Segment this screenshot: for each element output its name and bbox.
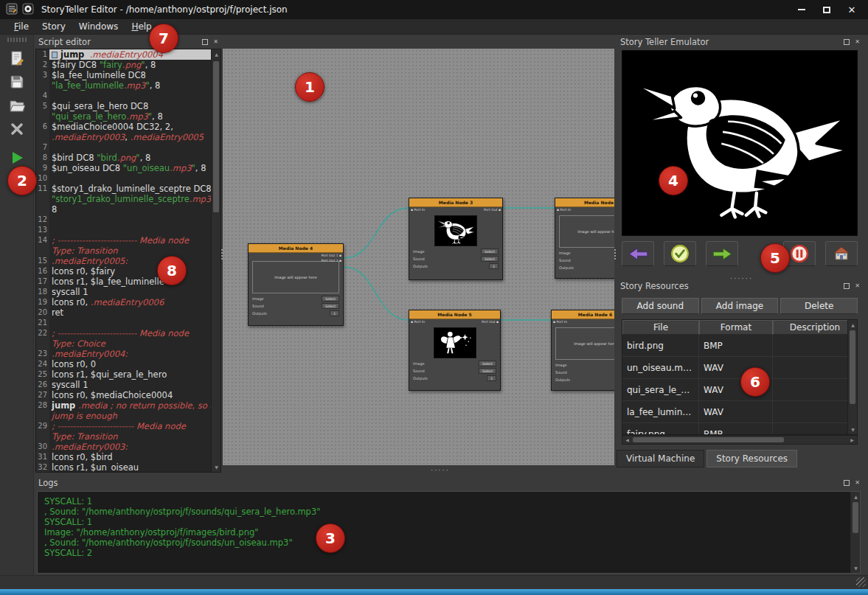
menu-story[interactable]: Story bbox=[35, 20, 72, 33]
code-row[interactable]: 14; -------------------------- Media nod… bbox=[36, 235, 211, 246]
column-header-format[interactable]: Format bbox=[699, 320, 773, 335]
code-row[interactable]: "story1_drako_luminelle_sceptre.mp3", bbox=[36, 194, 211, 204]
code-row[interactable]: 28jump .media ; no return possible, so a bbox=[36, 400, 211, 411]
float-dock-icon[interactable] bbox=[842, 38, 850, 46]
open-button[interactable] bbox=[5, 94, 29, 116]
media-node[interactable]: Media Node 6▪ Port InImage will appear h… bbox=[551, 310, 614, 391]
close-dock-icon[interactable]: ✕ bbox=[853, 282, 861, 290]
media-node[interactable]: Media Node 4Port Out 1 ▪Port Out 2 ▪Imag… bbox=[248, 243, 344, 326]
add-sound-button[interactable]: Add sound bbox=[622, 298, 699, 314]
save-button[interactable] bbox=[5, 71, 29, 93]
delete-button[interactable]: Delete bbox=[780, 298, 858, 314]
splitter-handle[interactable] bbox=[221, 249, 223, 260]
code-row[interactable]: jump is enough bbox=[36, 411, 211, 421]
media-node[interactable]: Media Node▪ Port InImage will appear her… bbox=[555, 198, 614, 279]
script-editor-dock-header[interactable]: Script editor ✕ bbox=[34, 35, 223, 49]
code-row[interactable]: 23.mediaEntry0004: bbox=[36, 349, 211, 359]
scroll-down-arrow[interactable]: ▼ bbox=[212, 462, 221, 472]
select-button[interactable]: Select bbox=[481, 256, 499, 262]
port-in-pin[interactable]: ▪ Port In bbox=[553, 320, 567, 324]
minimize-button[interactable] bbox=[791, 2, 812, 17]
outputs-count[interactable]: 1 bbox=[330, 310, 339, 316]
media-node[interactable]: Media Node 3▪ Port InPort Out ▪ImageSele… bbox=[409, 198, 503, 280]
code-row[interactable]: 17lcons r1, $la_fee_luminelle bbox=[36, 276, 211, 287]
code-row[interactable]: "qui_sera_le_hero.mp3", 8 bbox=[36, 111, 211, 122]
log-output[interactable]: SYSCALL: 1, Sound: "/home/anthony/ostpro… bbox=[37, 491, 861, 574]
column-header-file[interactable]: File bbox=[622, 320, 699, 335]
home-button[interactable] bbox=[825, 241, 858, 266]
scroll-down-arrow[interactable]: ▼ bbox=[848, 425, 858, 434]
resources-table-body[interactable]: bird.pngBMPun_oiseau.mp3WAVqui_sera_le_h… bbox=[622, 335, 857, 435]
scrollbar-thumb[interactable] bbox=[633, 437, 784, 442]
scroll-up-arrow[interactable]: ▲ bbox=[848, 320, 858, 330]
code-row[interactable]: 7 bbox=[36, 142, 211, 153]
close-button[interactable]: ✕ bbox=[841, 2, 862, 17]
close-dock-icon[interactable]: ✕ bbox=[853, 38, 861, 46]
code-row[interactable]: 31lcons r0, $bird bbox=[36, 452, 211, 462]
table-hscrollbar[interactable]: ◀ ▶ bbox=[622, 435, 858, 445]
close-project-button[interactable] bbox=[5, 118, 29, 140]
table-scrollbar[interactable]: ▲ ▼ bbox=[847, 320, 857, 434]
resources-table-header[interactable]: FileFormatDescription bbox=[622, 320, 857, 335]
scroll-up-arrow[interactable]: ▲ bbox=[851, 492, 861, 501]
scrollbar-thumb[interactable] bbox=[213, 61, 219, 212]
port-in-pin[interactable]: ▪ Port In bbox=[411, 208, 425, 212]
code-row[interactable]: 27lcons r0, $mediaChoice0004 bbox=[36, 390, 211, 400]
code-row[interactable]: 3$la_fee_luminelle DC8 bbox=[36, 70, 211, 80]
float-dock-icon[interactable] bbox=[842, 282, 850, 290]
close-dock-icon[interactable]: ✕ bbox=[212, 38, 220, 46]
titlebar[interactable]: StoryTeller Editor - /home/anthony/ostpr… bbox=[0, 0, 868, 19]
port-in-pin[interactable]: ▪ Port In bbox=[557, 208, 571, 212]
outputs-count[interactable]: 1 bbox=[489, 263, 499, 269]
code-row[interactable]: Type: Choice bbox=[36, 338, 211, 349]
code-row[interactable]: 4 bbox=[36, 91, 211, 101]
resources-table[interactable]: FileFormatDescription bird.pngBMPun_oise… bbox=[622, 319, 858, 435]
port-out-pin[interactable]: Port Out ▪ bbox=[482, 320, 499, 324]
outputs-count[interactable]: 1 bbox=[487, 375, 496, 381]
scrollbar-thumb[interactable] bbox=[850, 330, 855, 404]
new-script-button[interactable] bbox=[5, 47, 29, 69]
table-row[interactable]: la_fee_luminelle.mp3WAV bbox=[622, 401, 857, 423]
code-row[interactable]: 25lcons r1, $qui_sera_le_hero bbox=[36, 369, 211, 380]
code-row[interactable]: 30.mediaEntry0003: bbox=[36, 442, 211, 452]
menu-file[interactable]: File bbox=[7, 20, 35, 33]
next-button[interactable] bbox=[706, 241, 738, 266]
code-row[interactable]: 26syscall 1 bbox=[36, 380, 211, 390]
app-menu-icon[interactable] bbox=[6, 3, 18, 17]
scrollbar-thumb[interactable] bbox=[853, 502, 858, 533]
maximize-button[interactable] bbox=[816, 2, 837, 17]
media-node[interactable]: Media Node 5▪ Port InPort Out ▪ImageSele… bbox=[409, 310, 501, 391]
table-row[interactable]: fairy.pngBMP bbox=[622, 423, 857, 435]
code-row[interactable]: 12 bbox=[36, 215, 211, 225]
port-out-pin[interactable]: Port Out 1 ▪ bbox=[322, 254, 341, 257]
table-row[interactable]: un_oiseau.mp3WAV bbox=[622, 357, 857, 379]
close-dock-icon[interactable]: ✕ bbox=[853, 479, 861, 487]
logs-dock-header[interactable]: Logs ✕ bbox=[34, 476, 864, 490]
resize-grip[interactable] bbox=[856, 577, 866, 587]
port-out-pin[interactable]: Port Out ▪ bbox=[484, 208, 501, 212]
code-row[interactable]: 1jump .mediaEntry0004 bbox=[36, 49, 211, 60]
table-row[interactable]: qui_sera_le_hero.mp3WAV bbox=[622, 379, 857, 401]
scroll-up-arrow[interactable]: ▲ bbox=[212, 49, 221, 59]
resources-dock-header[interactable]: Story Resources ✕ bbox=[616, 279, 864, 293]
table-row[interactable]: bird.pngBMP bbox=[622, 335, 857, 357]
code-lines[interactable]: 1jump .mediaEntry00042$fairy DC8 "fairy.… bbox=[36, 49, 211, 472]
code-row[interactable]: 29; ------------------------- Media node bbox=[36, 421, 211, 431]
script-editor[interactable]: 1jump .mediaEntry00042$fairy DC8 "fairy.… bbox=[35, 49, 221, 473]
select-button[interactable]: Select bbox=[322, 296, 339, 302]
code-row[interactable]: 11$story1_drako_luminelle_sceptre DC8 bbox=[36, 184, 211, 194]
select-button[interactable]: Select bbox=[479, 368, 496, 374]
column-header-description[interactable]: Description bbox=[773, 320, 857, 335]
logs-scrollbar[interactable]: ▲ ▼ bbox=[850, 492, 860, 573]
code-row[interactable]: 8 bbox=[36, 204, 211, 215]
code-row[interactable]: .mediaEntry0003, .mediaEntry0005 bbox=[36, 132, 211, 142]
code-row[interactable]: 32lcons r1, $un_oiseau bbox=[36, 462, 211, 472]
code-row[interactable]: 10 bbox=[36, 173, 211, 184]
code-row[interactable]: 13 bbox=[36, 225, 211, 235]
float-dock-icon[interactable] bbox=[201, 38, 209, 46]
float-dock-icon[interactable] bbox=[842, 479, 850, 487]
code-row[interactable]: 18syscall 1 bbox=[36, 287, 211, 297]
add-image-button[interactable]: Add image bbox=[701, 298, 779, 314]
code-row[interactable]: Type: Transition bbox=[36, 246, 211, 256]
code-row[interactable]: 6$mediaChoice0004 DC32, 2, bbox=[36, 122, 211, 132]
